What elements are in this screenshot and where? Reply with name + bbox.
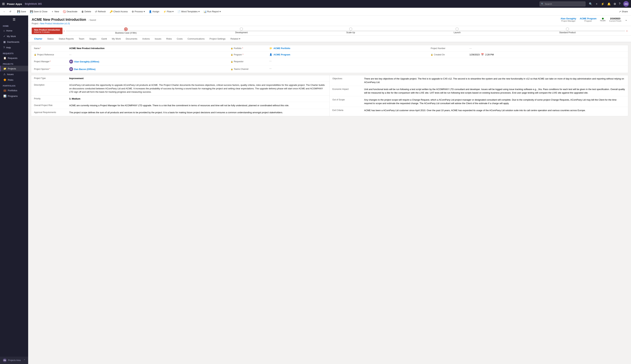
tab-documents[interactable]: Documents	[123, 36, 140, 42]
sidebar-issues-label: Issues	[7, 73, 14, 76]
top-info-card: Name * ACME New Product Introduction 🔒 P…	[31, 45, 628, 73]
stage-label-standard-product: Standard Product	[559, 31, 575, 34]
sidebar-item-programs[interactable]: 📊 Programs	[0, 93, 28, 99]
sidebar-item-home[interactable]: ⌂ Home	[0, 28, 28, 34]
project-ref-lock-icon: 🔒	[34, 54, 37, 56]
word-templates-button[interactable]: 📄 Word Templates ▾	[176, 9, 201, 14]
stage-label-launch: Launch	[454, 31, 461, 34]
new-button[interactable]: ＋ New	[50, 9, 61, 14]
tab-charter[interactable]: Charter	[32, 36, 45, 42]
stage-item-standard-product[interactable]: Standard Product	[559, 28, 575, 34]
sidebar-item-portfolios[interactable]: 💼 Portfolios	[0, 88, 28, 93]
form-area: Name * ACME New Product Introduction 🔒 P…	[28, 42, 631, 364]
tab-risks[interactable]: Risks	[164, 36, 174, 42]
save-button[interactable]: 💾 Save	[15, 9, 28, 14]
tab-stages[interactable]: Stages	[87, 36, 99, 42]
program-label-cell: 🔒 Program *	[228, 52, 267, 58]
economic-impact-value: Unit and functional tests will be run fo…	[364, 88, 625, 94]
tab-team[interactable]: Team	[76, 36, 87, 42]
sidebar-dashboards-label: Dashboards	[7, 40, 19, 43]
tab-communications[interactable]: Communications	[185, 36, 207, 42]
tab-gantt[interactable]: Gantt	[99, 36, 109, 42]
add-nav-icon[interactable]: ＋	[595, 2, 598, 6]
refresh-small-icon: ↺	[9, 10, 11, 13]
my-work-icon: ✓	[3, 35, 6, 38]
stage-chevron-left-icon[interactable]: ‹	[64, 29, 65, 33]
refresh-button[interactable]: ↺ Refresh	[93, 9, 108, 14]
waffle-menu-icon[interactable]: ⊞	[2, 2, 5, 6]
record-breadcrumb-link[interactable]: New Product Introduction (v1.0)	[40, 22, 70, 25]
tab-actions[interactable]: Actions	[140, 36, 152, 42]
delete-button[interactable]: 🗑 Delete	[80, 9, 93, 14]
sidebar-footer[interactable]: PA Projects Area ⌃	[0, 356, 28, 364]
tab-issues[interactable]: Issues	[152, 36, 164, 42]
form-row-4: Project Sponsor * DB Dan Bacon (Offline)…	[31, 66, 628, 73]
project-number-label-cell: Project Number	[428, 45, 467, 51]
pm-link[interactable]: Alan Geraghty (Offline)	[74, 60, 99, 63]
program-value[interactable]: ACME Program	[580, 17, 596, 20]
flow-icon: ⚡	[163, 10, 166, 13]
run-report-button[interactable]: 📊 Run Report ▾	[202, 9, 223, 14]
portfolios-icon: 💼	[3, 89, 6, 92]
refresh-small-button[interactable]: ↺	[8, 9, 13, 14]
pm-value-cell: AG Alan Geraghty (Offline)	[66, 58, 228, 65]
sidebar-item-requests[interactable]: 📋 Requests	[0, 55, 28, 61]
tab-status-reports[interactable]: Status Reports	[56, 36, 76, 42]
issues-icon: ⚠	[3, 73, 6, 76]
sidebar-item-my-work[interactable]: ✓ My Work	[0, 34, 28, 39]
search-nav-icon[interactable]: 🔍	[589, 2, 592, 6]
program-label: Program	[584, 20, 592, 22]
program-link[interactable]: ACME Program	[273, 53, 290, 56]
sidebar-item-dashboards[interactable]: ▦ Dashboards	[0, 39, 28, 45]
tab-my-work[interactable]: My Work	[109, 36, 123, 42]
notifications-icon[interactable]: 🔔	[607, 2, 611, 6]
word-templates-label: Word Templates	[181, 10, 197, 13]
filter-nav-icon[interactable]: ⚡	[601, 2, 604, 6]
process-label: Process	[135, 10, 143, 13]
app-name: Power Apps	[7, 2, 22, 6]
save-close-button[interactable]: 💾 Save & Close	[28, 9, 49, 14]
check-access-button[interactable]: 🔑 Check Access	[108, 9, 130, 14]
sidebar-toggle-icon[interactable]: ☰	[13, 18, 16, 22]
approval-req-value: The project scope defines the sum of all…	[69, 111, 327, 114]
tab-project-settings[interactable]: Project Settings	[207, 36, 228, 42]
stage-chevron-right-icon[interactable]: ›	[626, 29, 627, 33]
assign-button[interactable]: 👤 Assign	[147, 9, 161, 14]
record-expand-icon[interactable]: ⌄	[625, 18, 627, 22]
sidebar-item-help[interactable]: ? Help	[0, 45, 28, 50]
objectives-value: There are two key objectives of the Upgr…	[364, 77, 625, 84]
current-finish-field: 2/10/2023 Current Finish	[609, 17, 621, 22]
sidebar-item-projects[interactable]: 📁 Projects	[0, 66, 28, 72]
stage-item-scale-up[interactable]: Scale-Up	[346, 28, 355, 34]
share-button[interactable]: ↗ Share	[617, 9, 629, 14]
tab-status[interactable]: Status	[45, 36, 56, 42]
share-icon: ↗	[619, 10, 621, 13]
project-number-value: ---	[469, 47, 472, 50]
sidebar-item-risks[interactable]: 🔶 Risks	[0, 77, 28, 83]
process-button[interactable]: ⚙ Process ▾	[130, 9, 147, 14]
empty-cell-4a	[428, 66, 467, 73]
search-input[interactable]	[540, 2, 585, 6]
sponsor-link[interactable]: Dan Bacon (Offline)	[74, 68, 95, 70]
requests-icon: 📋	[3, 56, 6, 60]
sidebar-item-issues[interactable]: ⚠ Issues	[0, 72, 28, 77]
objectives-label: Objectives	[332, 77, 364, 84]
tab-costs[interactable]: Costs	[174, 36, 185, 42]
footer-badge: PA	[3, 358, 7, 362]
deactivate-button[interactable]: 🚫 Deactivate	[61, 9, 79, 14]
sponsor-required: *	[49, 68, 50, 70]
user-avatar[interactable]: AG	[623, 1, 629, 7]
project-manager-value[interactable]: Alan Geraghty	[561, 17, 576, 20]
back-button[interactable]: ←	[2, 9, 7, 14]
flow-button[interactable]: ⚡ Flow ▾	[161, 9, 175, 14]
stage-item-launch[interactable]: Launch	[454, 28, 461, 34]
tab-related[interactable]: Related ▾	[228, 36, 243, 42]
settings-icon[interactable]: ⚙	[613, 2, 616, 6]
stage-item-business-case[interactable]: Business Case (4 Min)	[115, 28, 137, 34]
home-icon: ⌂	[3, 29, 5, 32]
stage-dot	[125, 28, 127, 30]
portfolio-link[interactable]: ACME Portfolio	[273, 47, 290, 50]
stage-item-development[interactable]: Development	[235, 28, 248, 34]
created-on-lock-icon: 🔒	[431, 54, 433, 56]
help-icon[interactable]: ?	[619, 2, 620, 6]
